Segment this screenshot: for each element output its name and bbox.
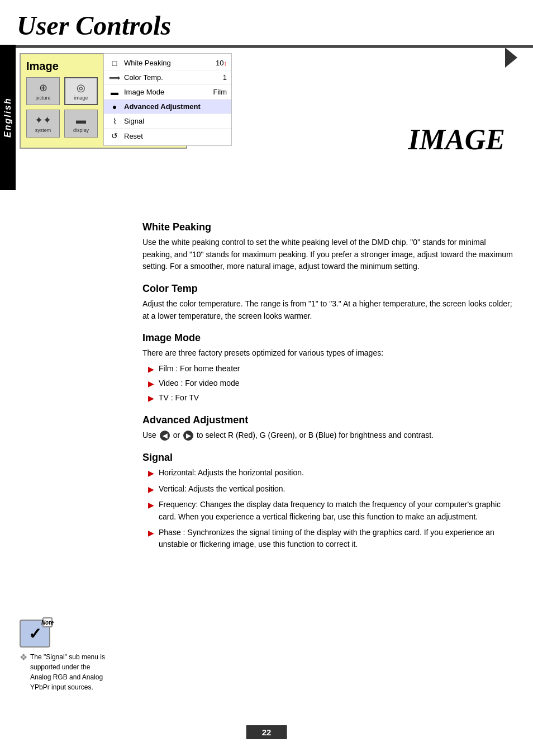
menu-item-reset[interactable]: ↺ Reset: [104, 129, 231, 143]
signal-bullet-vertical: ▶ Vertical: Adjusts the vertical positio…: [148, 483, 513, 496]
note-box: Note ❖ The "Signal" sub menu is supporte…: [20, 620, 109, 694]
bullet-arrow-tv: ▶: [148, 393, 154, 404]
menu-icon-picture[interactable]: ⊕ picture: [26, 77, 60, 105]
advanced-adj-text-before: Use: [142, 431, 156, 440]
signal-horizontal-text: Horizontal: Adjusts the horizontal posit…: [159, 467, 304, 479]
display-label: display: [73, 127, 89, 133]
advanced-adj-section-title: Advanced Adjustment: [142, 414, 513, 426]
image-icon: ◎: [77, 82, 85, 94]
color-temp-icon: ⟹: [108, 73, 121, 82]
signal-section-title: Signal: [142, 452, 513, 464]
image-label: image: [74, 95, 88, 101]
bullet-arrow-video: ▶: [148, 378, 154, 390]
signal-bullet-phase: ▶ Phase : Synchronizes the signal timing…: [148, 527, 513, 551]
advanced-adj-section-text: Use ◀ or ▶ to select R (Red), G (Green),…: [142, 429, 513, 442]
menu-item-color-temp[interactable]: ⟹ Color Temp. 1: [104, 70, 231, 85]
image-mode-section-title: Image Mode: [142, 332, 513, 344]
white-peaking-section-text: Use the white peaking control to set the…: [142, 237, 513, 273]
bullet-arrow-frequency: ▶: [148, 499, 154, 512]
system-icon: ✦✦: [35, 114, 51, 126]
advanced-adj-text-after: to select R (Red), G (Green), or B (Blue…: [197, 431, 434, 440]
note-text: The "Signal" sub menu is supported under…: [30, 652, 109, 692]
menu-icon-display[interactable]: ▬ display: [64, 110, 98, 138]
color-temp-label: Color Temp.: [124, 73, 221, 82]
image-mode-value: Film: [213, 88, 227, 96]
page-number: 22: [262, 727, 272, 737]
menu-items-panel: □ White Peaking 10 ↕ ⟹ Color Temp. 1 ▬ I…: [103, 53, 232, 146]
note-bullet: ❖ The "Signal" sub menu is supported und…: [20, 652, 109, 692]
image-mode-label: Image Mode: [124, 88, 211, 96]
white-peaking-label: White Peaking: [124, 59, 213, 67]
white-peaking-section-title: White Peaking: [142, 221, 513, 233]
white-peaking-value: 10: [216, 59, 223, 67]
signal-bullet-frequency: ▶ Frequency: Changes the display data fr…: [148, 499, 513, 523]
system-label: system: [35, 127, 51, 133]
color-temp-section-title: Color Temp: [142, 283, 513, 295]
menu-item-signal[interactable]: ⌇ Signal: [104, 114, 231, 129]
signal-frequency-text: Frequency: Changes the display data freq…: [159, 499, 513, 523]
image-mode-film-text: Film : For home theater: [159, 363, 240, 375]
signal-vertical-text: Vertical: Adjusts the vertical position.: [159, 483, 285, 495]
image-mode-bullet-tv: ▶ TV : For TV: [148, 392, 513, 404]
reset-icon: ↺: [108, 131, 121, 140]
image-mode-video-text: Video : For video mode: [159, 377, 240, 389]
bullet-arrow-phase: ▶: [148, 527, 154, 540]
image-heading: IMAGE: [408, 123, 505, 156]
bullet-arrow-horizontal: ▶: [148, 467, 154, 480]
advanced-adj-icon: ●: [108, 102, 121, 111]
main-content: White Peaking Use the white peaking cont…: [20, 221, 513, 551]
color-temp-value: 1: [223, 73, 227, 82]
page-header: User Controls: [0, 0, 533, 46]
picture-icon: ⊕: [39, 82, 47, 94]
white-peaking-adj-icon: ↕: [224, 60, 227, 67]
white-peaking-icon: □: [108, 59, 121, 68]
signal-bullet-list: ▶ Horizontal: Adjusts the horizontal pos…: [148, 467, 513, 551]
nav-arrow-right[interactable]: [505, 48, 517, 68]
signal-phase-text: Phase : Synchronizes the signal timing o…: [159, 527, 513, 551]
image-mode-tv-text: TV : For TV: [159, 392, 199, 404]
display-icon: ▬: [76, 115, 86, 126]
picture-label: picture: [35, 95, 50, 101]
image-mode-bullet-video: ▶ Video : For video mode: [148, 377, 513, 390]
image-mode-icon: ▬: [108, 88, 121, 97]
page-title: User Controls: [17, 10, 516, 41]
image-mode-bullet-film: ▶ Film : For home theater: [148, 363, 513, 375]
menu-item-advanced-adj[interactable]: ● Advanced Adjustment: [104, 100, 231, 114]
signal-label: Signal: [124, 117, 227, 125]
page-number-bar: 22: [246, 725, 287, 739]
english-label: English: [3, 97, 13, 138]
note-label: Note: [42, 617, 53, 627]
bullet-arrow-vertical: ▶: [148, 484, 154, 496]
bullet-arrow-film: ▶: [148, 363, 154, 375]
menu-icon-image[interactable]: ◎ image: [64, 77, 98, 105]
signal-icon: ⌇: [108, 117, 121, 126]
menu-item-image-mode[interactable]: ▬ Image Mode Film: [104, 85, 231, 100]
color-temp-section-text: Adjust the color temperature. The range …: [142, 298, 513, 322]
menu-item-white-peaking[interactable]: □ White Peaking 10 ↕: [104, 56, 231, 70]
nav-right-circle[interactable]: ▶: [183, 431, 193, 441]
nav-left-circle[interactable]: ◀: [160, 431, 170, 441]
note-bullet-dot: ❖: [20, 652, 27, 663]
signal-bullet-horizontal: ▶ Horizontal: Adjusts the horizontal pos…: [148, 467, 513, 480]
menu-icon-system[interactable]: ✦✦ system: [26, 110, 60, 138]
reset-label: Reset: [124, 132, 227, 140]
note-icon: Note: [20, 620, 50, 648]
advanced-adj-label: Advanced Adjustment: [124, 102, 227, 111]
english-sidebar: English: [0, 45, 16, 190]
image-mode-intro-text: There are three factory presets optimize…: [142, 347, 513, 360]
image-mode-bullet-list: ▶ Film : For home theater ▶ Video : For …: [148, 363, 513, 404]
